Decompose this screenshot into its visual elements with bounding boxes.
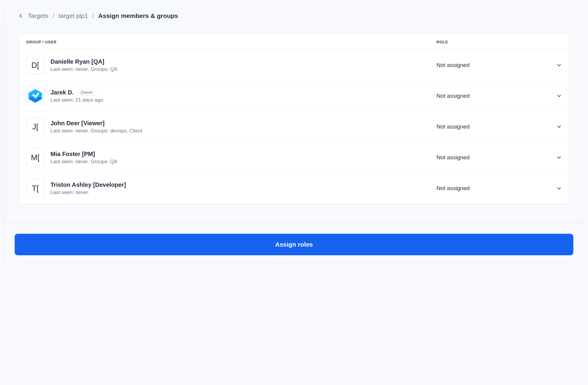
table-row: D[ Danielle Ryan [QA] Last seen: never. … — [19, 50, 569, 81]
back-button[interactable] — [18, 13, 24, 19]
table-row: J[ John Deer [Viewer] Last seen: never. … — [19, 111, 569, 142]
role-value: Not assigned — [437, 185, 470, 192]
breadcrumb-separator: / — [53, 12, 54, 19]
table-row: Jarek D. Owner Last seen: 21 days ago. N… — [19, 81, 569, 111]
role-select[interactable]: Not assigned — [437, 62, 562, 68]
avatar: J[ — [26, 117, 45, 136]
chevron-down-icon — [556, 93, 562, 99]
user-name: Jarek D. — [50, 89, 74, 96]
user-name: Danielle Ryan [QA] — [50, 58, 104, 65]
owner-badge: Owner — [77, 89, 96, 96]
avatar: M[ — [26, 148, 45, 167]
table-header: GROUP / USER ROLE — [19, 34, 569, 50]
role-value: Not assigned — [437, 93, 470, 99]
assign-panel: GROUP / USER ROLE D[ Danielle Ryan [QA] … — [7, 26, 581, 215]
app-logo-icon — [27, 88, 43, 104]
role-select[interactable]: Not assigned — [437, 93, 562, 99]
user-name: Mia Foster [PM] — [50, 151, 95, 158]
user-meta: Last seen: never. — [50, 190, 126, 195]
footer: Assign roles — [4, 223, 584, 266]
avatar — [26, 87, 45, 105]
user-meta: Last seen: never. Groups: QA — [50, 66, 117, 72]
chevron-down-icon — [556, 155, 562, 161]
avatar: T[ — [26, 179, 45, 198]
column-header-group-user: GROUP / USER — [26, 40, 437, 44]
breadcrumb: Targets / target pip1 / Assign members &… — [4, 4, 584, 26]
breadcrumb-link-target[interactable]: target pip1 — [59, 12, 88, 19]
chevron-left-icon — [18, 13, 24, 19]
breadcrumb-current: Assign members & groups — [98, 12, 178, 19]
chevron-down-icon — [556, 124, 562, 130]
role-value: Not assigned — [437, 62, 470, 68]
chevron-down-icon — [556, 62, 562, 68]
user-name: Triston Ashley [Developer] — [50, 181, 126, 188]
table-row: M[ Mia Foster [PM] Last seen: never. Gro… — [19, 142, 569, 173]
role-select[interactable]: Not assigned — [437, 123, 562, 130]
members-table: GROUP / USER ROLE D[ Danielle Ryan [QA] … — [19, 33, 569, 204]
role-select[interactable]: Not assigned — [437, 154, 562, 161]
breadcrumb-link-targets[interactable]: Targets — [28, 12, 48, 19]
column-header-role: ROLE — [437, 40, 562, 44]
breadcrumb-separator: / — [92, 12, 94, 19]
role-value: Not assigned — [437, 123, 470, 130]
chevron-down-icon — [556, 185, 562, 191]
user-meta: Last seen: never. Groups: devops, Client — [50, 128, 142, 134]
role-select[interactable]: Not assigned — [437, 185, 562, 192]
user-name: John Deer [Viewer] — [50, 120, 105, 127]
table-row: T[ Triston Ashley [Developer] Last seen:… — [19, 173, 569, 204]
avatar: D[ — [26, 56, 45, 74]
assign-roles-button[interactable]: Assign roles — [15, 234, 573, 255]
user-meta: Last seen: never. Groups: QA — [50, 159, 117, 165]
user-meta: Last seen: 21 days ago. — [50, 97, 105, 103]
role-value: Not assigned — [437, 154, 470, 161]
